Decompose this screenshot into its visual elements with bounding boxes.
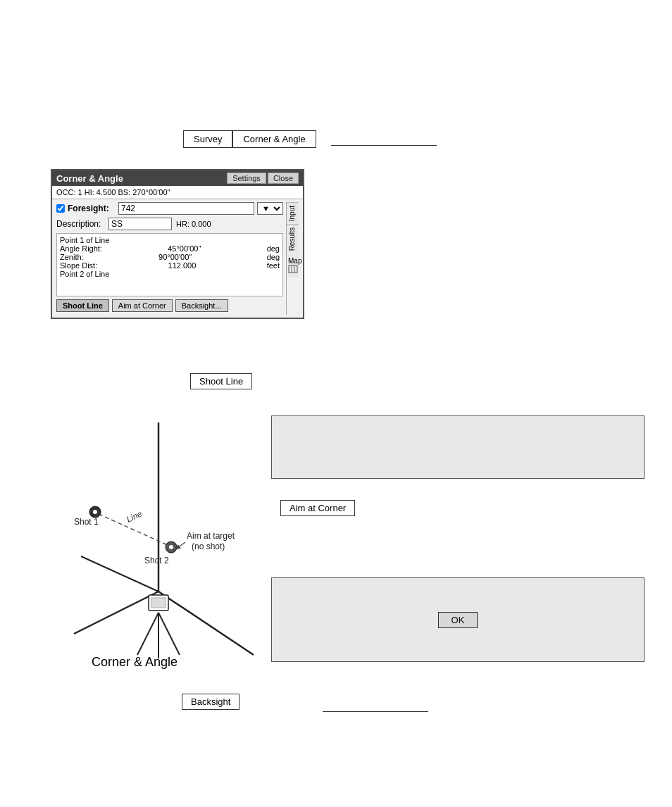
ok-button[interactable]: OK <box>438 612 478 628</box>
dialog-footer: Shoot Line Aim at Corner Backsight... <box>56 299 283 315</box>
svg-line-4 <box>74 592 158 634</box>
diagram-svg: Line Shot 1 Shot 2 Aim at target (no sho… <box>35 415 261 676</box>
angle-right-value: 45°00'00" <box>168 244 201 253</box>
zenith-row: Zenith: 90°00'00" deg <box>60 253 280 261</box>
results-tab[interactable]: Results <box>287 224 299 254</box>
foresight-row: Foresight: ▼ <box>56 202 283 215</box>
line-label: Line <box>125 508 144 524</box>
map-tab[interactable]: Map <box>287 254 299 277</box>
slope-dist-label: Slope Dist: <box>60 261 97 270</box>
right-box-bottom: OK <box>271 577 645 662</box>
aim-corner-label: Aim at Corner <box>280 500 355 516</box>
no-shot-label: (no shot) <box>192 542 225 551</box>
input-tab[interactable]: Input <box>287 202 299 224</box>
angle-right-row: Angle Right: 45°00'00" deg <box>60 244 280 253</box>
shot1-label: Shot 1 <box>74 517 99 527</box>
svg-line-7 <box>137 613 158 655</box>
slope-dist-row: Slope Dist: 112.000 feet <box>60 261 280 270</box>
zenith-unit: deg <box>267 253 280 261</box>
results-box: Point 1 of Line Angle Right: 45°00'00" d… <box>56 233 283 296</box>
aim-target-label: Aim at target <box>187 531 235 541</box>
results-header: Point 1 of Line <box>60 236 280 244</box>
top-nav: Survey Corner & Angle <box>183 130 316 148</box>
corner-angle-dialog: Corner & Angle Settings Close OCC: 1 HI:… <box>51 169 304 319</box>
backsight-label: Backsight <box>182 694 239 710</box>
hr-text: HR: 0.000 <box>176 220 211 228</box>
foresight-label: Foresight: <box>68 204 116 213</box>
slope-dist-value: 112.000 <box>168 261 197 270</box>
slope-dist-unit: feet <box>267 261 280 270</box>
foresight-input[interactable] <box>118 202 254 215</box>
svg-point-14 <box>93 510 97 514</box>
angle-right-unit: deg <box>267 244 280 253</box>
corner-angle-button[interactable]: Corner & Angle <box>232 130 316 148</box>
dialog-body: Foresight: ▼ Description: HR: 0.000 Poin… <box>52 199 303 318</box>
backsight-button[interactable]: Backsight... <box>175 299 228 312</box>
description-label: Description: <box>56 219 104 229</box>
description-input[interactable] <box>108 218 172 230</box>
svg-rect-11 <box>151 598 166 608</box>
dialog-titlebar: Corner & Angle Settings Close <box>52 170 303 186</box>
shoot-line-button[interactable]: Shoot Line <box>56 299 109 312</box>
angle-right-label: Angle Right: <box>60 244 102 253</box>
dialog-main: Foresight: ▼ Description: HR: 0.000 Poin… <box>56 202 283 315</box>
zenith-value: 90°00'00" <box>158 253 192 261</box>
close-button[interactable]: Close <box>268 173 299 184</box>
foresight-checkbox[interactable] <box>56 204 65 213</box>
right-box-top <box>271 415 645 479</box>
shot2-label: Shot 2 <box>144 556 169 565</box>
dialog-info-bar: OCC: 1 HI: 4.500 BS: 270°00'00" <box>52 186 303 199</box>
svg-rect-0 <box>289 265 297 273</box>
zenith-label: Zenith: <box>60 253 84 261</box>
settings-button[interactable]: Settings <box>227 173 266 184</box>
survey-button[interactable]: Survey <box>183 130 232 148</box>
svg-line-9 <box>158 613 180 655</box>
foresight-dropdown[interactable]: ▼ <box>257 202 283 215</box>
aim-corner-footer-button[interactable]: Aim at Corner <box>112 299 173 312</box>
dialog-title: Corner & Angle <box>56 173 123 184</box>
map-icon <box>288 265 298 273</box>
dialog-sidebar: Input Results Map <box>286 202 299 315</box>
description-row: Description: HR: 0.000 <box>56 218 283 230</box>
backsight-underline <box>323 711 428 712</box>
shoot-line-label: Shoot Line <box>190 373 252 389</box>
dialog-title-buttons: Settings Close <box>227 173 299 184</box>
corner-angle-diagram-label: Corner & Angle <box>92 655 178 670</box>
diagram-area: Line Shot 1 Shot 2 Aim at target (no sho… <box>35 415 261 676</box>
point2-label: Point 2 of Line <box>60 270 280 278</box>
svg-point-16 <box>169 545 173 549</box>
svg-line-5 <box>158 592 254 655</box>
nav-underline <box>331 145 437 146</box>
svg-line-17 <box>178 542 185 548</box>
